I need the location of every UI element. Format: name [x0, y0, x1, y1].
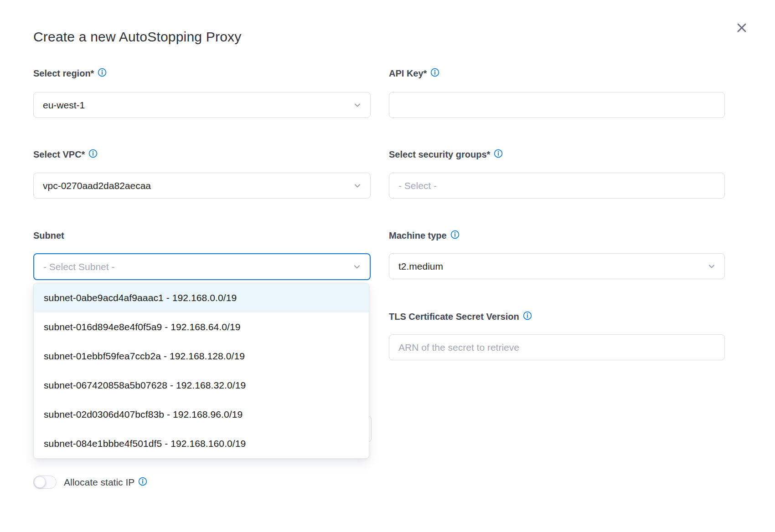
machine-type-label: Machine type — [389, 230, 460, 241]
vpc-select[interactable]: vpc-0270aad2da82aecaa — [33, 173, 371, 199]
chevron-down-icon — [353, 181, 362, 190]
security-groups-label: Select security groups* — [389, 149, 503, 160]
machine-type-select[interactable]: t2.medium — [389, 253, 725, 279]
tls-secret-label: TLS Certificate Secret Version — [389, 312, 532, 322]
close-icon — [735, 21, 749, 35]
subnet-option[interactable]: subnet-0abe9acd4af9aaac1 - 192.168.0.0/1… — [34, 283, 369, 312]
subnet-option[interactable]: subnet-067420858a5b07628 - 192.168.32.0/… — [34, 371, 369, 400]
create-autostopping-proxy-dialog: Create a new AutoStopping Proxy Select r… — [0, 0, 775, 532]
info-icon[interactable] — [450, 230, 460, 239]
api-key-input[interactable] — [389, 92, 725, 118]
subnet-label: Subnet — [33, 230, 64, 241]
allocate-static-ip-label: Allocate static IP — [64, 477, 147, 488]
subnet-option[interactable]: subnet-016d894e8e4f0f5a9 - 192.168.64.0/… — [34, 312, 369, 342]
region-select[interactable]: eu-west-1 — [33, 92, 371, 118]
chevron-down-icon — [707, 262, 716, 271]
info-icon[interactable] — [494, 149, 503, 158]
subnet-select[interactable]: - Select Subnet - — [33, 253, 371, 280]
allocate-static-ip-toggle[interactable] — [33, 476, 57, 489]
api-key-label: API Key* — [389, 68, 439, 79]
allocate-static-ip-row: Allocate static IP — [33, 476, 147, 489]
chevron-down-icon — [353, 101, 362, 110]
close-button[interactable] — [732, 18, 751, 37]
info-icon[interactable] — [88, 149, 98, 158]
subnet-option[interactable]: subnet-01ebbf59fea7ccb2a - 192.168.128.0… — [34, 342, 369, 371]
info-icon[interactable] — [430, 68, 439, 77]
region-label: Select region* — [33, 68, 107, 79]
chevron-down-icon — [352, 262, 362, 271]
dialog-title: Create a new AutoStopping Proxy — [33, 29, 241, 45]
toggle-knob — [34, 476, 46, 488]
security-groups-select[interactable]: - Select - — [389, 173, 725, 199]
subnet-option[interactable]: subnet-084e1bbbe4f501df5 - 192.168.160.0… — [34, 429, 369, 458]
tls-secret-input[interactable] — [389, 334, 725, 360]
info-icon[interactable] — [138, 477, 147, 486]
subnet-dropdown-menu: subnet-0abe9acd4af9aaac1 - 192.168.0.0/1… — [33, 283, 369, 459]
info-icon[interactable] — [523, 311, 532, 320]
subnet-option[interactable]: subnet-02d0306d407bcf83b - 192.168.96.0/… — [34, 400, 369, 429]
vpc-label: Select VPC* — [33, 149, 98, 160]
info-icon[interactable] — [98, 68, 107, 77]
